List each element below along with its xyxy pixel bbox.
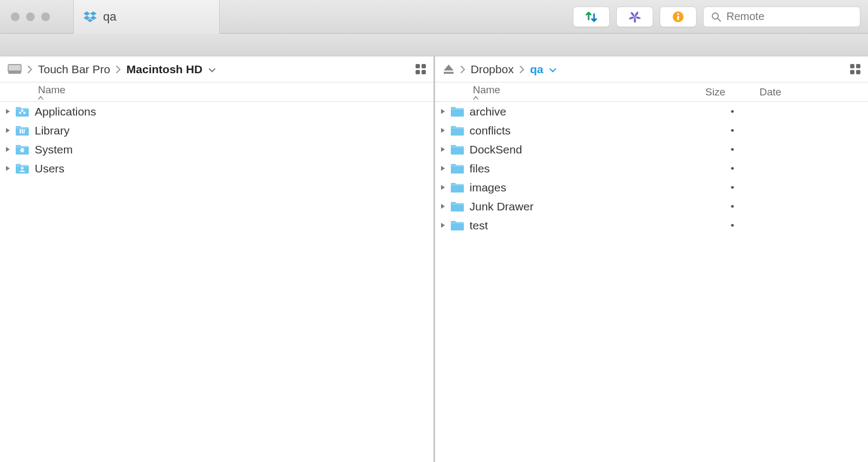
right-column-header: Name Size Date xyxy=(435,82,869,102)
disclosure-triangle-icon[interactable] xyxy=(5,127,15,133)
file-row[interactable]: conflicts• xyxy=(435,121,869,140)
left-breadcrumb-bar: Touch Bar Pro Macintosh HD xyxy=(0,56,433,82)
file-row[interactable]: Users xyxy=(0,159,433,178)
item-size: • xyxy=(705,163,760,175)
file-row[interactable]: archive• xyxy=(435,102,869,121)
column-name-header[interactable]: Name xyxy=(0,84,433,100)
item-name: files xyxy=(470,162,706,175)
disclosure-triangle-icon[interactable] xyxy=(5,146,15,152)
right-file-list: archive•conflicts•DockSend•files•images•… xyxy=(435,102,869,462)
close-window-button[interactable] xyxy=(11,12,20,21)
column-label: Name xyxy=(473,84,501,95)
svg-point-8 xyxy=(19,111,22,114)
disclosure-triangle-icon[interactable] xyxy=(441,184,450,190)
breadcrumb-dropbox[interactable]: Dropbox xyxy=(471,63,514,76)
chevron-down-icon xyxy=(550,68,556,73)
breadcrumb-label: qa xyxy=(530,63,544,75)
toolbar xyxy=(573,7,868,27)
file-row[interactable]: Library xyxy=(0,121,433,140)
folder-icon xyxy=(15,106,35,118)
svg-rect-11 xyxy=(16,127,29,128)
chevron-down-icon xyxy=(209,68,215,73)
search-icon xyxy=(711,12,721,22)
svg-rect-23 xyxy=(451,184,464,185)
eject-icon[interactable] xyxy=(443,64,455,75)
file-row[interactable]: files• xyxy=(435,159,869,178)
item-name: test xyxy=(470,219,706,232)
sync-button[interactable] xyxy=(573,7,610,27)
item-name: images xyxy=(470,181,706,194)
tab-title: qa xyxy=(103,10,116,24)
search-input[interactable] xyxy=(726,10,852,23)
file-row[interactable]: images• xyxy=(435,178,869,197)
svg-point-9 xyxy=(23,111,26,114)
disclosure-triangle-icon[interactable] xyxy=(5,108,15,114)
item-name: archive xyxy=(470,105,706,118)
file-row[interactable]: Junk Drawer• xyxy=(435,197,869,216)
item-size: • xyxy=(705,201,760,213)
svg-rect-12 xyxy=(20,129,21,133)
left-column-header: Name xyxy=(0,82,433,102)
search-field[interactable] xyxy=(703,7,860,27)
svg-rect-19 xyxy=(451,108,464,109)
disclosure-triangle-icon[interactable] xyxy=(441,146,450,152)
breadcrumb-label: Macintosh HD xyxy=(126,63,202,75)
minimize-window-button[interactable] xyxy=(26,12,35,21)
svg-rect-7 xyxy=(16,108,29,109)
folder-icon xyxy=(450,163,470,175)
info-icon xyxy=(672,11,684,23)
chevron-right-icon xyxy=(116,65,121,74)
folder-icon xyxy=(450,144,470,156)
disclosure-triangle-icon[interactable] xyxy=(441,127,450,133)
disclosure-triangle-icon[interactable] xyxy=(441,108,450,114)
right-breadcrumb-bar: Dropbox qa xyxy=(435,56,869,82)
breadcrumb-qa[interactable]: qa xyxy=(530,63,556,76)
grid-view-button[interactable] xyxy=(416,64,426,74)
tab-qa[interactable]: qa xyxy=(73,0,220,34)
item-size: • xyxy=(705,182,760,194)
file-row[interactable]: DockSend• xyxy=(435,140,869,159)
svg-rect-18 xyxy=(444,72,454,74)
folder-icon xyxy=(450,125,470,137)
disclosure-triangle-icon[interactable] xyxy=(441,222,450,228)
folder-icon xyxy=(450,220,470,232)
svg-rect-25 xyxy=(451,222,464,223)
column-name-header[interactable]: Name xyxy=(435,84,706,100)
item-name: Junk Drawer xyxy=(470,200,706,213)
disclosure-triangle-icon[interactable] xyxy=(441,165,450,171)
item-name: DockSend xyxy=(470,143,706,156)
left-file-list: ApplicationsLibrarySystemUsers xyxy=(0,102,433,462)
dropbox-icon xyxy=(84,10,97,23)
svg-rect-16 xyxy=(16,165,29,166)
local-drive-icon[interactable] xyxy=(8,64,22,75)
file-row[interactable]: test• xyxy=(435,216,869,235)
svg-line-4 xyxy=(718,18,720,21)
breadcrumb-touch-bar-pro[interactable]: Touch Bar Pro xyxy=(38,63,110,76)
breadcrumb-macintosh-hd[interactable]: Macintosh HD xyxy=(126,63,215,76)
grid-view-button[interactable] xyxy=(850,64,860,74)
sync-icon xyxy=(584,11,598,23)
svg-point-1 xyxy=(677,13,679,15)
svg-point-10 xyxy=(21,109,24,112)
svg-rect-24 xyxy=(451,203,464,204)
grid-icon xyxy=(416,64,426,74)
column-date-header[interactable]: Date xyxy=(760,86,868,98)
column-size-header[interactable]: Size xyxy=(705,86,760,98)
grid-icon xyxy=(850,64,860,74)
svg-rect-21 xyxy=(451,146,464,147)
disclosure-triangle-icon[interactable] xyxy=(5,165,15,171)
info-button[interactable] xyxy=(660,7,697,27)
item-size: • xyxy=(705,144,760,156)
zoom-window-button[interactable] xyxy=(41,12,50,21)
file-row[interactable]: System xyxy=(0,140,433,159)
column-label: Name xyxy=(38,84,66,95)
disclosure-triangle-icon[interactable] xyxy=(441,203,450,209)
folder-icon xyxy=(15,163,35,175)
activity-button[interactable] xyxy=(616,7,653,27)
svg-rect-20 xyxy=(451,127,464,128)
item-size: • xyxy=(705,220,760,232)
secondary-toolbar xyxy=(0,34,868,56)
chevron-right-icon xyxy=(27,65,33,74)
file-row[interactable]: Applications xyxy=(0,102,433,121)
svg-rect-22 xyxy=(451,165,464,166)
